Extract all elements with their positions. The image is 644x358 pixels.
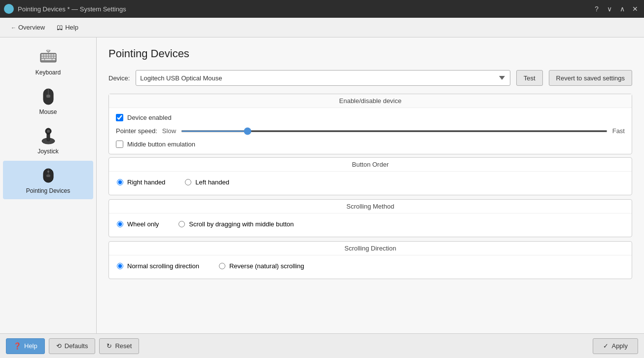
svg-rect-4	[49, 54, 51, 56]
sidebar: FN Keyboard Mouse	[0, 37, 97, 333]
svg-rect-15	[52, 59, 55, 60]
svg-rect-1	[41, 54, 43, 56]
middle-button-checkbox[interactable]	[116, 141, 123, 148]
overview-button[interactable]: ← Overview	[6, 22, 50, 33]
slow-label: Slow	[162, 127, 176, 135]
right-handed-col: Right handed	[117, 179, 165, 186]
close-button[interactable]: ✕	[630, 4, 640, 14]
sidebar-item-label-joystick: Joystick	[37, 148, 59, 155]
keyboard-icon: FN	[38, 47, 58, 67]
help-nav-button[interactable]: 🕮 Help	[52, 22, 83, 33]
reset-label: Reset	[115, 342, 132, 350]
scroll-drag-radio[interactable]	[179, 221, 185, 227]
revert-button[interactable]: Revert to saved settings	[549, 70, 632, 86]
titlebar-controls: ? ∨ ∧ ✕	[592, 4, 640, 14]
svg-rect-13	[41, 59, 44, 60]
svg-rect-19	[46, 95, 50, 98]
bottom-bar: ❓ Help ⟲ Defaults ↻ Reset ✓ Apply	[0, 333, 644, 358]
scroll-drag-label[interactable]: Scroll by dragging with middle button	[189, 220, 293, 228]
minimize-down-button[interactable]: ∨	[605, 4, 614, 14]
svg-rect-14	[45, 59, 52, 60]
wheel-only-radio[interactable]	[117, 221, 123, 227]
scrolling-method-body: Wheel only Scroll by dragging with middl…	[109, 214, 632, 237]
pointer-speed-row: Pointer speed: Slow Fast	[116, 123, 625, 139]
svg-rect-5	[51, 54, 53, 56]
device-enabled-row: Device enabled	[116, 112, 625, 123]
svg-rect-9	[46, 57, 48, 58]
maximize-button[interactable]: ∧	[617, 4, 627, 14]
help-button-bottom[interactable]: ❓ Help	[6, 338, 45, 354]
pointer-speed-slider[interactable]	[181, 130, 608, 132]
svg-rect-8	[44, 57, 46, 58]
enable-device-panel: Enable/disable device Device enabled Poi…	[108, 94, 632, 154]
bottom-left-actions: ❓ Help ⟲ Defaults ↻ Reset	[6, 338, 139, 354]
device-enabled-checkbox[interactable]	[116, 114, 123, 121]
left-handed-label[interactable]: Left handed	[195, 179, 229, 186]
apply-button[interactable]: ✓ Apply	[593, 338, 638, 354]
defaults-icon: ⟲	[56, 342, 62, 350]
enable-section-title: Enable/disable device	[109, 94, 632, 108]
scrolling-direction-panel: Scrolling Direction Normal scrolling dir…	[108, 241, 632, 279]
sidebar-item-mouse[interactable]: Mouse	[3, 82, 93, 120]
svg-rect-2	[44, 54, 46, 56]
apply-checkmark-icon: ✓	[603, 342, 608, 350]
device-enabled-label[interactable]: Device enabled	[127, 114, 172, 121]
defaults-button[interactable]: ⟲ Defaults	[49, 338, 96, 354]
right-handed-radio[interactable]	[117, 179, 123, 185]
sidebar-item-keyboard[interactable]: FN Keyboard	[3, 42, 93, 81]
back-arrow-icon: ←	[11, 25, 16, 31]
content-area: Pointing Devices Device: Logitech USB Op…	[97, 37, 644, 333]
page-title: Pointing Devices	[108, 47, 632, 60]
scrolling-method-panel: Scrolling Method Wheel only Scroll by dr…	[108, 199, 632, 237]
left-handed-col: Left handed	[185, 179, 229, 186]
device-select[interactable]: Logitech USB Optical Mouse	[136, 70, 510, 86]
normal-scroll-label[interactable]: Normal scrolling direction	[127, 262, 199, 270]
help-icon: ❓	[13, 342, 21, 350]
right-handed-label[interactable]: Right handed	[127, 179, 165, 186]
test-button[interactable]: Test	[516, 70, 543, 86]
main-layout: FN Keyboard Mouse	[0, 37, 644, 333]
normal-scroll-radio[interactable]	[117, 263, 123, 269]
wheel-only-col: Wheel only	[117, 220, 159, 228]
reset-icon: ↻	[107, 342, 112, 350]
middle-button-label[interactable]: Middle button emulation	[127, 141, 195, 148]
left-handed-radio[interactable]	[185, 179, 191, 185]
wheel-only-label[interactable]: Wheel only	[127, 220, 159, 228]
scroll-drag-col: Scroll by dragging with middle button	[179, 220, 293, 228]
scrolling-method-options: Wheel only Scroll by dragging with middl…	[117, 216, 624, 232]
mouse-icon	[38, 87, 58, 107]
scrolling-direction-title: Scrolling Direction	[109, 242, 632, 255]
svg-rect-26	[46, 175, 50, 177]
titlebar: Pointing Devices * — System Settings ? ∨…	[0, 0, 644, 18]
titlebar-title: Pointing Devices * — System Settings	[18, 5, 126, 13]
sidebar-item-pointing-devices[interactable]: Pointing Devices	[3, 161, 93, 199]
fast-label: Fast	[612, 127, 625, 135]
svg-point-27	[47, 171, 49, 173]
navbar: ← Overview 🕮 Help	[0, 18, 644, 37]
svg-rect-6	[54, 54, 56, 56]
scrolling-direction-options: Normal scrolling direction Reverse (natu…	[117, 258, 624, 274]
svg-rect-7	[41, 57, 43, 58]
svg-rect-12	[54, 57, 56, 58]
reverse-scroll-label[interactable]: Reverse (natural) scrolling	[229, 262, 304, 270]
pointer-speed-label: Pointer speed:	[116, 127, 157, 135]
button-order-options: Right handed Left handed	[117, 175, 624, 190]
sidebar-item-label-mouse: Mouse	[39, 108, 57, 115]
sidebar-item-joystick[interactable]: Joystick	[3, 121, 93, 160]
middle-button-row: Middle button emulation	[116, 139, 625, 150]
device-row: Device: Logitech USB Optical Mouse Test …	[108, 70, 632, 86]
help-button[interactable]: ?	[592, 4, 602, 14]
reset-button[interactable]: ↻ Reset	[99, 338, 139, 354]
reverse-scroll-col: Reverse (natural) scrolling	[219, 262, 304, 270]
button-order-body: Right handed Left handed	[109, 172, 632, 195]
help-nav-label: Help	[65, 24, 78, 31]
sidebar-item-label-pointing-devices: Pointing Devices	[26, 187, 70, 194]
defaults-label: Defaults	[65, 342, 88, 350]
button-order-panel: Button Order Right handed Left handed	[108, 157, 632, 195]
joystick-icon	[38, 126, 58, 146]
reverse-scroll-radio[interactable]	[219, 263, 225, 269]
button-order-title: Button Order	[109, 158, 632, 172]
enable-panel-body: Device enabled Pointer speed: Slow Fast …	[109, 108, 632, 154]
help-label: Help	[24, 342, 37, 350]
svg-rect-3	[46, 54, 48, 56]
